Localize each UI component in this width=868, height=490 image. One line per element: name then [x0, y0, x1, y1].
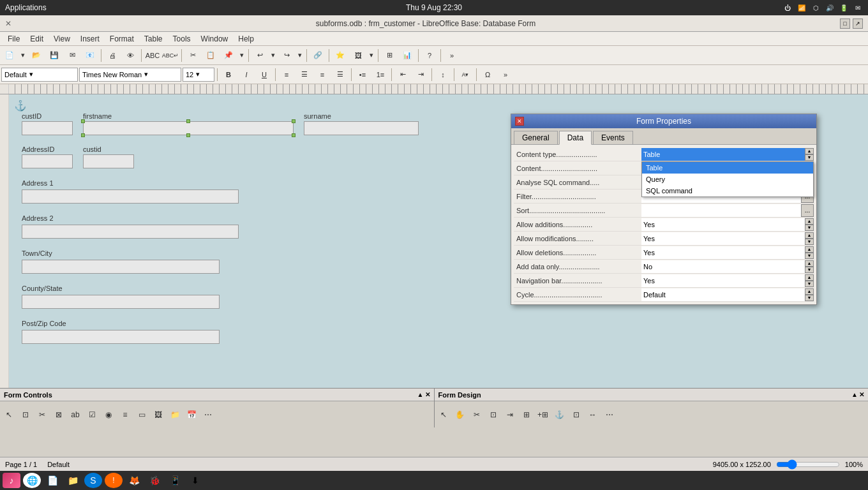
char-format-btn[interactable]: Ω: [479, 67, 496, 82]
app-close-icon[interactable]: ✕: [5, 19, 11, 28]
fd-tab-btn[interactable]: ⇥: [502, 407, 518, 422]
style-dropdown[interactable]: Default ▾: [1, 68, 78, 82]
spin-down-add-data[interactable]: ▼: [805, 267, 814, 273]
input-custid2[interactable]: [83, 154, 134, 168]
tab-general[interactable]: General: [514, 131, 558, 144]
panel-form-controls-collapse[interactable]: ▲: [417, 391, 424, 398]
panel-form-design-close[interactable]: ✕: [859, 391, 864, 398]
spin-up-nav[interactable]: ▲: [805, 274, 814, 281]
volume-icon[interactable]: 🔊: [825, 3, 835, 13]
fc-file-btn[interactable]: 📁: [167, 407, 183, 422]
fd-handle-btn[interactable]: ⊡: [569, 407, 584, 422]
bullets-btn[interactable]: •≡: [354, 67, 371, 82]
panel-form-design-collapse[interactable]: ▲: [851, 391, 858, 398]
fd-fields-btn[interactable]: ⊞: [519, 407, 534, 422]
cut-btn[interactable]: ✂: [184, 48, 201, 63]
fd-anchor-btn[interactable]: ⚓: [552, 407, 567, 422]
menu-tools[interactable]: Tools: [168, 33, 196, 45]
hyperlink-btn[interactable]: 🔗: [310, 48, 326, 63]
spin-up-additions[interactable]: ▲: [805, 218, 814, 225]
zoom-slider[interactable]: [776, 459, 840, 470]
taskbar-music[interactable]: ♪: [3, 473, 20, 488]
input-addressid[interactable]: [22, 154, 73, 168]
fc-image-btn[interactable]: 🖼: [151, 407, 166, 422]
spellcheck-btn[interactable]: ABC: [144, 48, 161, 63]
power-icon[interactable]: ⏻: [782, 3, 793, 13]
dialog-close-btn[interactable]: ✕: [515, 117, 524, 126]
prop-spinner-allow-deletions[interactable]: ▲ ▼: [805, 246, 814, 259]
email2-btn[interactable]: 📧: [82, 48, 98, 63]
table-btn[interactable]: ⊞: [381, 48, 398, 63]
fd-cursor-btn[interactable]: ↖: [436, 407, 451, 422]
fc-text-btn[interactable]: ab: [68, 407, 83, 422]
menu-view[interactable]: View: [49, 33, 75, 45]
tab-events[interactable]: Events: [593, 131, 633, 144]
fd-position-btn[interactable]: ↔: [585, 407, 601, 422]
prop-spinner-cycle[interactable]: ▲ ▼: [805, 288, 814, 301]
fd-add-field-btn[interactable]: +⊞: [535, 407, 551, 422]
fd-select-obj-btn[interactable]: ⊡: [486, 407, 501, 422]
print-btn[interactable]: 🖨: [104, 48, 121, 63]
preview-btn[interactable]: 👁: [122, 48, 138, 63]
size-dropdown[interactable]: 12 ▾: [183, 68, 214, 82]
taskbar-ladybug[interactable]: 🐞: [146, 473, 163, 488]
fc-date-btn[interactable]: 📅: [184, 407, 199, 422]
taskbar-help[interactable]: !: [105, 473, 123, 488]
prop-spinner-add-data-only[interactable]: ▲ ▼: [805, 260, 814, 273]
menu-format[interactable]: Format: [105, 33, 139, 45]
open-btn[interactable]: 📂: [28, 48, 45, 63]
spin-down-deletions[interactable]: ▼: [805, 253, 814, 259]
prop-spinner-nav-bar[interactable]: ▲ ▼: [805, 274, 814, 287]
input-address1[interactable]: [22, 189, 239, 204]
prop-select-allow-additions[interactable]: Yes: [641, 218, 805, 231]
autocorrect-btn[interactable]: ABC↵: [162, 48, 179, 63]
spin-down-modifications[interactable]: ▼: [805, 239, 814, 245]
bold-btn[interactable]: B: [220, 67, 237, 82]
new-dropdown-btn[interactable]: ▾: [19, 48, 27, 63]
taskbar-skype[interactable]: S: [84, 473, 102, 488]
save-btn[interactable]: 💾: [46, 48, 63, 63]
input-surname[interactable]: [304, 121, 419, 135]
prop-spinner-allow-additions[interactable]: ▲ ▼: [805, 218, 814, 231]
input-custid[interactable]: [22, 121, 73, 135]
window-external-btn[interactable]: ↗: [853, 19, 863, 29]
undo-dropdown[interactable]: ▾: [269, 48, 277, 63]
taskbar-chrome[interactable]: 🌐: [23, 473, 41, 488]
dropdown-item-sql[interactable]: SQL command: [642, 185, 813, 197]
spin-up-modifications[interactable]: ▲: [805, 232, 814, 239]
background-color-btn[interactable]: A▾: [457, 67, 474, 82]
line-spacing-btn[interactable]: ↕: [435, 67, 451, 82]
indent-more-btn[interactable]: ⇥: [412, 67, 429, 82]
spin-up-cycle[interactable]: ▲: [805, 288, 814, 295]
network-icon[interactable]: 📶: [797, 3, 807, 13]
fc-checkbox-btn[interactable]: ☑: [84, 407, 100, 422]
content-type-dropdown[interactable]: Table Query SQL command: [641, 161, 814, 197]
align-right-btn[interactable]: ≡: [314, 67, 331, 82]
align-center-btn[interactable]: ☰: [296, 67, 313, 82]
prop-spinner-allow-modifications[interactable]: ▲ ▼: [805, 232, 814, 245]
paste-dropdown[interactable]: ▾: [238, 48, 246, 63]
font-dropdown[interactable]: Times New Roman ▾: [79, 68, 181, 82]
menu-help[interactable]: Help: [233, 33, 259, 45]
spin-down-cycle[interactable]: ▼: [805, 295, 814, 301]
input-town[interactable]: [22, 260, 220, 274]
fd-more-btn[interactable]: ⋯: [602, 407, 617, 422]
window-maximize-btn[interactable]: □: [840, 19, 850, 29]
help-btn[interactable]: ?: [421, 48, 438, 63]
chart-btn[interactable]: 📊: [399, 48, 415, 63]
dropdown-item-query[interactable]: Query: [642, 174, 813, 185]
spin-down[interactable]: ▼: [805, 154, 814, 161]
content-type-spinner[interactable]: ▲ ▼: [805, 148, 814, 161]
menu-insert[interactable]: Insert: [75, 33, 105, 45]
italic-btn[interactable]: I: [238, 67, 255, 82]
spin-down-nav[interactable]: ▼: [805, 281, 814, 287]
taskbar-finder[interactable]: 📁: [64, 473, 82, 488]
prop-select-nav-bar[interactable]: Yes: [641, 274, 805, 287]
applications-label[interactable]: Applications: [5, 3, 47, 12]
more-format-btn[interactable]: »: [497, 67, 514, 82]
undo-btn[interactable]: ↩: [251, 48, 268, 63]
prop-dots-sort[interactable]: ...: [801, 204, 814, 217]
fc-delete-btn[interactable]: ⊠: [51, 407, 66, 422]
redo-dropdown[interactable]: ▾: [296, 48, 304, 63]
form-properties-dialog[interactable]: ✕ Form Properties General Data Events Co…: [511, 114, 817, 305]
